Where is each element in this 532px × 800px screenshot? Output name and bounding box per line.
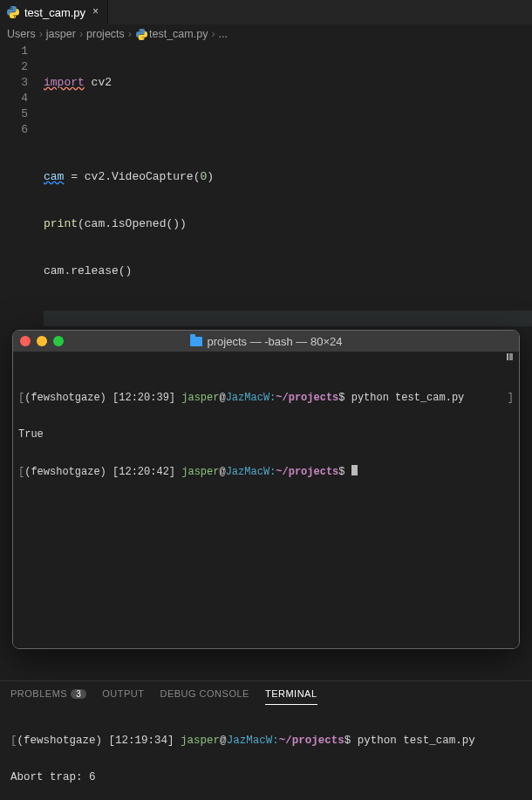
terminal-line: [(fewshotgaze) [12:20:42] jasper@JazMacW…	[18, 465, 514, 478]
terminal-output: True	[18, 428, 514, 441]
terminal-titlebar[interactable]: projects — -bash — 80×24	[13, 331, 519, 352]
code-content[interactable]: import cv2 cam = cv2.VideoCapture(0) pri…	[44, 44, 532, 358]
terminal-line: [(fewshotgaze) [12:20:39] jasper@JazMacW…	[18, 392, 514, 404]
tab-terminal[interactable]: TERMINAL	[265, 688, 317, 705]
scroll-indicator	[507, 353, 517, 360]
window-controls	[20, 336, 64, 346]
folder-icon	[190, 337, 202, 346]
chevron-right-icon: ›	[128, 28, 132, 40]
breadcrumb-part[interactable]: test_cam.py	[149, 28, 208, 40]
panel-tabs: PROBLEMS3 OUTPUT DEBUG CONSOLE TERMINAL	[0, 681, 532, 705]
breadcrumb-part[interactable]: Users	[7, 28, 36, 40]
close-window-icon[interactable]	[20, 336, 31, 346]
bottom-panel: PROBLEMS3 OUTPUT DEBUG CONSOLE TERMINAL …	[0, 680, 532, 800]
chevron-right-icon: ›	[39, 28, 43, 40]
problems-count-badge: 3	[71, 689, 86, 699]
code-editor[interactable]: 1 2 3 4 5 6 import cv2 cam = cv2.VideoCa…	[0, 44, 532, 358]
tab-problems[interactable]: PROBLEMS3	[10, 688, 86, 705]
breadcrumb: Users › jasper › projects › test_cam.py …	[0, 24, 532, 44]
terminal-title: projects — -bash — 80×24	[13, 335, 519, 348]
terminal-cursor	[351, 465, 358, 475]
editor-tab[interactable]: test_cam.py ×	[0, 0, 108, 24]
python-file-icon	[7, 6, 19, 18]
breadcrumb-part[interactable]: ...	[219, 28, 228, 40]
terminal-line: [(fewshotgaze) [12:19:34] jasper@JazMacW…	[10, 735, 522, 747]
breadcrumb-part[interactable]: jasper	[46, 28, 76, 40]
tab-output[interactable]: OUTPUT	[102, 688, 144, 705]
editor-tab-bar: test_cam.py ×	[0, 0, 532, 24]
macos-terminal-window[interactable]: projects — -bash — 80×24 [(fewshotgaze) …	[12, 330, 520, 649]
chevron-right-icon: ›	[79, 28, 83, 40]
tab-debug-console[interactable]: DEBUG CONSOLE	[160, 688, 249, 705]
terminal-body[interactable]: [(fewshotgaze) [12:20:39] jasper@JazMacW…	[13, 352, 519, 648]
line-number-gutter: 1 2 3 4 5 6	[0, 44, 44, 358]
breadcrumb-part[interactable]: projects	[86, 28, 125, 40]
chevron-right-icon: ›	[211, 28, 215, 40]
python-file-icon	[135, 28, 147, 40]
minimize-window-icon[interactable]	[37, 336, 47, 346]
terminal-output: Abort trap: 6	[10, 771, 522, 783]
tab-filename: test_cam.py	[24, 6, 85, 19]
zoom-window-icon[interactable]	[53, 336, 64, 346]
close-icon[interactable]: ×	[91, 6, 100, 18]
current-line	[44, 311, 532, 326]
integrated-terminal[interactable]: [(fewshotgaze) [12:19:34] jasper@JazMacW…	[0, 705, 532, 800]
